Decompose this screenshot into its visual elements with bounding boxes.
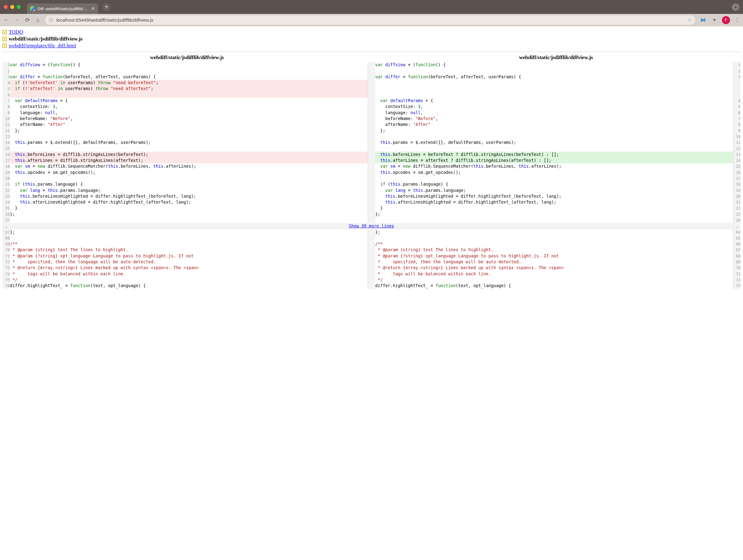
vscode-extension-icon[interactable]: ⋈	[700, 17, 706, 24]
code-right[interactable]: var defaultParams = {	[375, 98, 733, 104]
code-left[interactable]: };	[10, 229, 368, 235]
file-link-template[interactable]: webdiff/templates/file_diff.html	[9, 42, 76, 49]
extensions-puzzle-icon[interactable]: ✦	[711, 17, 717, 24]
minimize-window-button[interactable]	[10, 5, 14, 9]
bookmark-star-icon[interactable]: ☆	[687, 17, 692, 23]
chevron-down-icon: ▾	[735, 5, 737, 10]
code-right[interactable]: this.beforeLinesHighlighted = differ.hig…	[375, 193, 733, 199]
code-right[interactable]: beforeName: "Before",	[375, 116, 733, 122]
code-right[interactable]: this.afterLinesHighlighted = differ.high…	[375, 199, 733, 205]
code-right[interactable]: var lang = this.params.language;	[375, 187, 733, 193]
code-right[interactable]: this.beforeLines = beforeText ? difflib.…	[375, 152, 733, 157]
code-left[interactable]: afterName: "After"	[10, 122, 368, 128]
code-left[interactable]	[10, 145, 368, 151]
code-right[interactable]: var differ = function(beforeText, afterT…	[375, 74, 733, 80]
code-left[interactable]: this.beforeLines = difflib.stringAsLines…	[10, 152, 368, 157]
code-right[interactable]	[375, 68, 733, 74]
code-left[interactable]: var sm = new difflib.SequenceMatcher(thi…	[10, 164, 368, 169]
code-left[interactable]: var lang = this.params.language;	[10, 187, 368, 193]
code-left[interactable]: };	[10, 211, 368, 217]
code-right[interactable]: this.afterLines = afterText ? difflib.st…	[375, 157, 733, 164]
search-tabs-button[interactable]: ▾	[732, 3, 739, 11]
code-right[interactable]: * @param {string} text The lines to high…	[375, 247, 733, 253]
line-number-left: 6	[2, 92, 10, 98]
code-right[interactable]: /**	[375, 241, 733, 247]
home-button[interactable]: ⌂	[35, 17, 41, 23]
forward-button[interactable]: →	[14, 17, 20, 23]
code-right[interactable]: if (this.params.language) {	[375, 181, 733, 187]
code-left[interactable]: this.afterLines = difflib.stringAsLines(…	[10, 157, 368, 164]
code-right[interactable]	[375, 235, 733, 241]
code-right[interactable]: };	[375, 211, 733, 217]
show-more-link[interactable]: Show 39 more lines	[349, 223, 394, 228]
profile-avatar[interactable]: F	[722, 16, 730, 24]
code-left[interactable]	[10, 68, 368, 74]
address-bar[interactable]: ⓘ localhost:65449/webdiff/static/jsdiffl…	[45, 15, 695, 25]
code-left[interactable]: /**	[10, 241, 368, 247]
code-left[interactable]: * tags will be balanced within each line…	[10, 271, 368, 277]
code-right[interactable]: this.opcodes = sm.get_opcodes();	[375, 170, 733, 176]
code-right[interactable]: * tags will be balanced within each line…	[375, 271, 733, 277]
code-right[interactable]: * @return {Array.<string>} Lines marked …	[375, 265, 733, 271]
code-left[interactable]: this.opcodes = sm.get_opcodes();	[10, 170, 368, 176]
code-right[interactable]	[375, 176, 733, 181]
line-number-right: 66	[733, 241, 741, 247]
back-button[interactable]: ←	[3, 17, 9, 23]
code-right[interactable]: * specified, then the language will be a…	[375, 259, 733, 265]
code-left[interactable]: */	[10, 277, 368, 283]
code-right[interactable]: afterName: "After"	[375, 122, 733, 128]
code-right[interactable]	[375, 145, 733, 151]
code-left[interactable]: }	[10, 205, 368, 211]
code-left[interactable]: this.afterLinesHighlighted = differ.high…	[10, 199, 368, 205]
code-right[interactable]: differ.highlightText_ = function(text, o…	[375, 283, 733, 289]
code-left[interactable]: var diffview = (function() {	[10, 62, 368, 68]
code-right[interactable]: */	[375, 277, 733, 283]
code-left[interactable]: if (!'beforeText' in userParams) throw "…	[10, 80, 368, 86]
code-right[interactable]	[375, 217, 733, 223]
code-right[interactable]	[375, 134, 733, 140]
code-left[interactable]: this.params = $.extend({}, defaultParams…	[10, 140, 368, 145]
browser-menu-button[interactable]: ⋮	[734, 17, 740, 24]
code-right[interactable]: var diffview = (function() {	[375, 62, 733, 68]
code-left[interactable]	[10, 217, 368, 223]
code-left[interactable]: * @return {Array.<string>} Lines marked …	[10, 265, 368, 271]
code-right[interactable]	[375, 80, 733, 86]
maximize-window-button[interactable]	[17, 5, 21, 9]
new-tab-button[interactable]: +	[102, 3, 111, 11]
code-right[interactable]: * @param {?string} opt_language Language…	[375, 253, 733, 259]
code-left[interactable]: contextSize: 3,	[10, 104, 368, 109]
browser-tab[interactable]: Diff: webdiff/static/jsdifflib/diff… ✕	[27, 3, 98, 14]
code-left[interactable]: language: null,	[10, 110, 368, 116]
code-right[interactable]: contextSize: 3,	[375, 104, 733, 109]
code-right[interactable]: var sm = new difflib.SequenceMatcher(thi…	[375, 164, 733, 169]
code-left[interactable]: * specified, then the language will be a…	[10, 259, 368, 265]
code-right[interactable]: }	[375, 205, 733, 211]
code-left[interactable]	[10, 92, 368, 98]
reload-button[interactable]: ⟳	[24, 17, 30, 24]
code-left[interactable]: * @param {?string} opt_language Language…	[10, 253, 368, 259]
code-right[interactable]: this.params = $.extend({}, defaultParams…	[375, 140, 733, 145]
code-right[interactable]: language: null,	[375, 110, 733, 116]
close-window-button[interactable]	[4, 5, 8, 9]
code-left[interactable]	[10, 235, 368, 241]
code-left[interactable]: beforeName: "Before",	[10, 116, 368, 122]
code-left[interactable]: * @param {string} text The lines to high…	[10, 247, 368, 253]
site-info-icon[interactable]: ⓘ	[49, 17, 53, 23]
code-left[interactable]: this.beforeLinesHighlighted = differ.hig…	[10, 193, 368, 199]
code-left[interactable]: var defaultParams = {	[10, 98, 368, 104]
code-right[interactable]	[375, 92, 733, 98]
code-left[interactable]: differ.highlightText_ = function(text, o…	[10, 283, 368, 289]
code-left[interactable]: if (this.params.language) {	[10, 181, 368, 187]
code-right[interactable]: };	[375, 229, 733, 235]
code-left[interactable]: };	[10, 128, 368, 134]
file-link-todo[interactable]: TODO	[9, 29, 23, 36]
diff-row: 1512	[2, 145, 741, 151]
code-right[interactable]	[375, 86, 733, 92]
code-left[interactable]: if (!'afterText' in userParams) throw "n…	[10, 86, 368, 92]
close-tab-button[interactable]: ✕	[91, 6, 95, 11]
code-left[interactable]: var differ = function(beforeText, afterT…	[10, 74, 368, 80]
gutter-spacer	[368, 62, 375, 68]
code-right[interactable]: };	[375, 128, 733, 134]
code-left[interactable]	[10, 176, 368, 181]
code-left[interactable]	[10, 134, 368, 140]
